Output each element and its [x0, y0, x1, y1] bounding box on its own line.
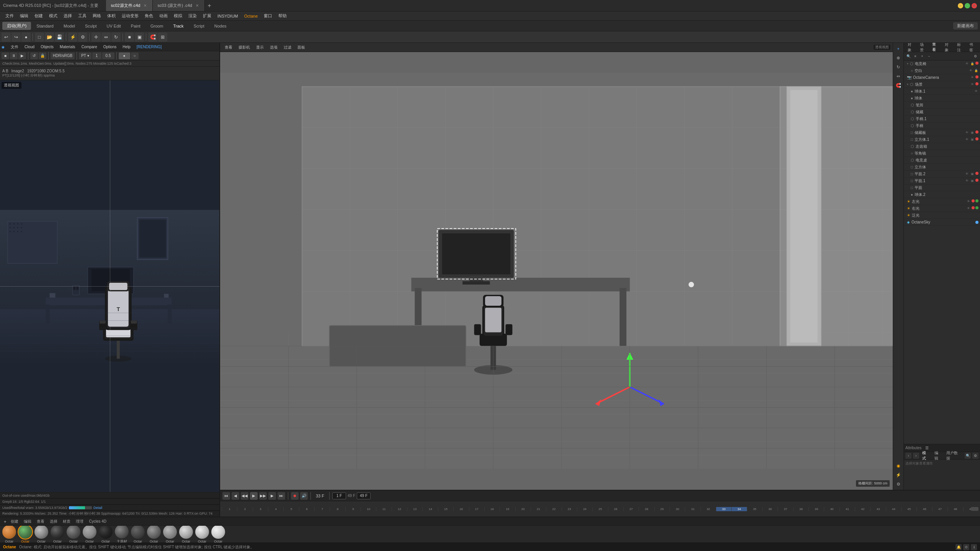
- tree-item-octanecam[interactable]: 📷 OctaneCamera 👁: [904, 74, 980, 81]
- tab-sc03[interactable]: sc03 (源文件) .c4d ✕: [153, 0, 204, 11]
- frame-ruler[interactable]: 1 2 3 4 5 6 7 8 9 10 11 12 13 14: [220, 501, 980, 517]
- tl-play-btn[interactable]: ▶: [250, 492, 258, 500]
- nav-tab-track[interactable]: Track: [169, 23, 188, 29]
- close-button[interactable]: ✕: [972, 3, 977, 8]
- tree-item-dianjiyi[interactable]: ▾ ⬡ 电竞椅 👁 🔒: [904, 60, 980, 67]
- toolbar-rotate[interactable]: ↻: [111, 33, 121, 42]
- vp-view-menu[interactable]: 查看: [222, 44, 235, 51]
- tree-vis-pm1[interactable]: 👁: [965, 179, 969, 183]
- nav-tab-nodes[interactable]: Nodes: [210, 23, 231, 29]
- tree-vis-q1[interactable]: 👁: [974, 89, 978, 94]
- nav-tab-model[interactable]: Model: [59, 23, 80, 29]
- nav-tab-standard[interactable]: Standard: [32, 23, 58, 29]
- rv-val2[interactable]: 0.5: [102, 52, 114, 59]
- menu-character[interactable]: 角色: [142, 12, 156, 20]
- mat-item-2[interactable]: Octar: [34, 526, 48, 543]
- tree-item-chucangban[interactable]: □ 储藏板 👁 ▣: [904, 129, 980, 136]
- tab-sc02[interactable]: sc02源文件.c4d ✕: [106, 0, 153, 11]
- rv-menu-objects[interactable]: Objects: [38, 44, 57, 50]
- rv-menu-materials[interactable]: Materials: [57, 44, 78, 50]
- tree-item-fanguang[interactable]: ☀ 泛光: [904, 212, 980, 219]
- tree-item-chucang[interactable]: ⬡ 储藏: [904, 109, 980, 116]
- side-snap-btn[interactable]: 🧲: [894, 81, 903, 90]
- menu-create[interactable]: 创建: [31, 12, 46, 20]
- tree-lock-2[interactable]: 🔒: [974, 68, 978, 73]
- menu-extend[interactable]: 扩展: [200, 12, 214, 20]
- side-scale-btn[interactable]: ⇔: [894, 72, 903, 80]
- tree-item-shoubing1[interactable]: ⬡ 手柄.1: [904, 116, 980, 122]
- mat-item-6[interactable]: Octar: [99, 526, 113, 543]
- rv-menu-file[interactable]: 文件: [8, 44, 21, 51]
- tl-mute-btn[interactable]: 🔊: [300, 492, 308, 500]
- nav-tab-sculpt[interactable]: Sculpt: [80, 23, 101, 29]
- rpanel-add-btn[interactable]: +: [919, 53, 925, 59]
- toolbar-snap[interactable]: 🧲: [148, 33, 157, 42]
- tree-item-qiuti[interactable]: ● 球体: [904, 95, 980, 102]
- tab-sc02-close[interactable]: ✕: [142, 3, 148, 8]
- toolbar-move[interactable]: ✛: [91, 33, 101, 42]
- rv-hdr-dropdown[interactable]: HDR/sRGB: [51, 52, 75, 59]
- attr-settings[interactable]: ⚙: [972, 453, 978, 459]
- rv-menu-help[interactable]: Help: [119, 44, 134, 50]
- toolbar-render[interactable]: ⚡: [68, 33, 77, 42]
- tree-lock-1[interactable]: 🔒: [970, 62, 975, 66]
- toolbar-scale[interactable]: ⇔: [101, 33, 111, 42]
- menu-octane[interactable]: Octane: [241, 13, 261, 19]
- mat-item-12[interactable]: Octar: [195, 526, 209, 543]
- menu-tools[interactable]: 工具: [75, 12, 90, 20]
- tree-vis-zg[interactable]: 👁: [966, 199, 971, 204]
- menu-select[interactable]: 选择: [60, 12, 75, 20]
- side-rotate-btn[interactable]: ↻: [894, 63, 903, 71]
- tree-vis-yg[interactable]: 👁: [966, 206, 971, 211]
- toolbar-axis[interactable]: ⊞: [158, 33, 167, 42]
- menu-mesh[interactable]: 网格: [90, 12, 104, 20]
- tree-item-qiuti1[interactable]: ● 球体.1 👁: [904, 88, 980, 95]
- mat-item-0[interactable]: Octar: [2, 526, 16, 543]
- rv-menu-cloud[interactable]: Cloud: [21, 44, 38, 50]
- mat-menu-material[interactable]: 材质: [60, 518, 73, 525]
- nav-tab-uvedit[interactable]: UV Edit: [102, 23, 126, 29]
- rv-play-btn[interactable]: ▶: [18, 52, 26, 59]
- tree-vis-pm2[interactable]: 👁: [965, 172, 969, 176]
- minimize-button[interactable]: −: [958, 3, 963, 8]
- tl-play-fwd[interactable]: ▶▶: [259, 492, 267, 500]
- nav-tab-paint[interactable]: Paint: [126, 23, 145, 29]
- menu-render[interactable]: 渲染: [185, 12, 200, 20]
- rv-menu-compare[interactable]: Compare: [78, 44, 100, 50]
- mat-menu-create[interactable]: 创建: [8, 518, 21, 525]
- side-move-btn[interactable]: ⊕: [894, 54, 903, 62]
- tree-btn-csb[interactable]: ▣: [970, 130, 975, 135]
- new-canvas-button[interactable]: 新建画布: [953, 22, 978, 29]
- tl-record-btn[interactable]: ⏺: [291, 492, 299, 500]
- rv-mode-dropdown[interactable]: PT ▾: [79, 52, 91, 59]
- tree-vis-1[interactable]: 👁: [965, 62, 969, 66]
- tree-item-dianjingzhuo[interactable]: ⬡ 电竞桌: [904, 157, 980, 164]
- mat-menu-select[interactable]: 选择: [47, 518, 60, 525]
- tl-play-back[interactable]: ◀◀: [241, 492, 248, 500]
- toolbar-obj-mode[interactable]: ▣: [135, 33, 144, 42]
- rv-pause-btn[interactable]: ⏸: [10, 52, 18, 59]
- rpanel-search-btn[interactable]: 🔍: [905, 53, 911, 59]
- mat-menu-view[interactable]: 查看: [34, 518, 47, 525]
- tree-item-octanesky[interactable]: ◈ OctaneSky: [904, 219, 980, 226]
- tl-last-frame[interactable]: ⏭: [278, 492, 285, 500]
- tree-btn-pm1[interactable]: ▣: [970, 179, 975, 183]
- menu-motion-deform[interactable]: 运动变形: [119, 12, 142, 20]
- tree-btn-pm2[interactable]: ▣: [970, 172, 975, 176]
- rv-menu-options[interactable]: Options: [100, 44, 119, 50]
- tree-item-scene[interactable]: ▾ ⬡ 场景 👁: [904, 81, 980, 88]
- mat-item-4[interactable]: Octar: [67, 526, 80, 543]
- toolbar-redo[interactable]: ↪: [11, 33, 21, 42]
- tab-add-button[interactable]: +: [205, 1, 214, 10]
- side-settings-btn[interactable]: ⚙: [894, 480, 903, 488]
- vp-options-menu[interactable]: 选项: [268, 44, 280, 51]
- bottom-icon-2[interactable]: ⚙: [963, 544, 969, 550]
- attr-fwd-btn[interactable]: ›: [913, 453, 919, 459]
- mat-item-5[interactable]: Octar: [83, 526, 96, 543]
- tree-btn-lf1[interactable]: ▣: [970, 137, 975, 142]
- attr-tab-userdata[interactable]: 用户数据: [945, 450, 963, 461]
- attr-tab-edit[interactable]: 编辑: [933, 450, 944, 461]
- tl-next-frame[interactable]: ▶: [268, 492, 276, 500]
- tree-item-lfangti[interactable]: □ 立方体: [904, 164, 980, 171]
- side-view-btn[interactable]: ◉: [894, 461, 903, 470]
